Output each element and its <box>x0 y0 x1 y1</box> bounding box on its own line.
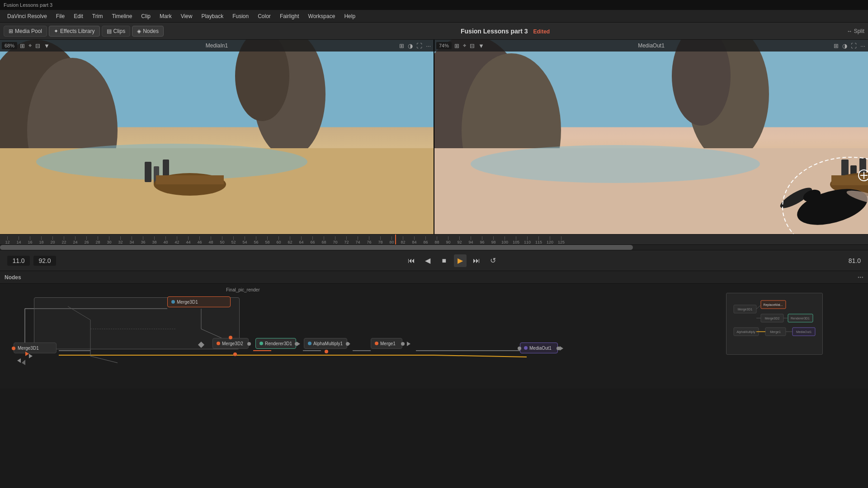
left-viewer-extra-btn[interactable]: ··· <box>425 42 432 50</box>
node-dot-merge1 <box>375 342 378 345</box>
ruler-mark: 64 <box>296 236 307 244</box>
nodes-title: Nodes <box>5 274 21 281</box>
node-dot-mediaout <box>524 346 528 350</box>
left-viewer-layout-btn[interactable]: ⊟ <box>34 42 41 50</box>
ruler-marks: 1214161820222426283032343638404244464850… <box>2 235 868 244</box>
ruler-mark: 74 <box>352 236 363 244</box>
node-renderer3d1[interactable]: Renderer3D1 <box>255 338 296 349</box>
left-viewer-more-btn[interactable]: ▼ <box>43 42 51 50</box>
alpha-arrow <box>297 342 300 346</box>
viewers-container: 68% ⊞ ⌖ ⊟ ▼ MediaIn1 ⊞ ◑ ⛶ ··· <box>0 40 868 234</box>
right-viewer-transform-btn[interactable]: ⌖ <box>462 41 467 50</box>
left-viewer-fullscreen-btn[interactable]: ⛶ <box>415 42 423 50</box>
ruler-mark: 20 <box>47 236 58 244</box>
ruler-mark: 24 <box>70 236 81 244</box>
menu-workspace[interactable]: Workspace <box>305 12 339 20</box>
playhead[interactable] <box>395 235 396 244</box>
effects-library-label: Effects Library <box>60 28 94 34</box>
menu-fusion[interactable]: Fusion <box>229 12 252 20</box>
loop-button[interactable]: ↺ <box>486 254 499 267</box>
group-label-final: Final_pic_render <box>226 287 260 292</box>
svg-line-67 <box>756 305 761 309</box>
effects-library-button[interactable]: ✦ Effects Library <box>49 26 99 37</box>
svg-rect-11 <box>156 175 224 184</box>
right-viewer-layout-btn[interactable]: ⊟ <box>469 42 476 50</box>
menu-edit[interactable]: Edit <box>70 12 87 20</box>
ruler-mark: 82 <box>397 236 409 244</box>
ruler-mark: 78 <box>375 236 386 244</box>
toolbar: ⊞ Media Pool ✦ Effects Library ▤ Clips ◈… <box>0 23 868 40</box>
menu-timeline[interactable]: Timeline <box>108 12 136 20</box>
svg-text:Merge3D2: Merge3D2 <box>765 317 780 320</box>
left-viewer-view-btn[interactable]: ⊞ <box>398 42 405 50</box>
node-alphamultiply[interactable]: AlphaMultiply1 <box>304 338 347 349</box>
ruler-mark: 32 <box>115 236 126 244</box>
right-viewer-zoom: 74% ⊞ ⌖ ⊟ ▼ <box>436 40 485 52</box>
menu-fairlight[interactable]: Fairlight <box>276 12 303 20</box>
node-merge3d1[interactable]: Merge3D1 <box>14 343 57 353</box>
ruler-mark: 60 <box>273 236 284 244</box>
ruler-mark: 105 <box>510 236 522 244</box>
node-replace-material[interactable]: Merge3D1 <box>167 296 231 307</box>
menu-clip[interactable]: Clip <box>137 12 154 20</box>
skip-to-start-button[interactable]: ⏮ <box>405 254 418 267</box>
menu-help[interactable]: Help <box>340 12 359 20</box>
node-merge1[interactable]: Merge1 <box>371 338 402 349</box>
menu-file[interactable]: File <box>52 12 68 20</box>
ruler-mark: 88 <box>431 236 443 244</box>
ruler-mark: 62 <box>284 236 296 244</box>
nodes-label: Nodes <box>143 28 159 34</box>
node-dot-alpha <box>308 342 311 345</box>
nodes-button[interactable]: ◈ Nodes <box>132 26 164 37</box>
nodes-options-btn[interactable]: ··· <box>858 273 863 282</box>
left-viewer-scope-btn[interactable]: ◑ <box>407 42 414 50</box>
ruler-mark: 16 <box>24 236 36 244</box>
media-pool-button[interactable]: ⊞ Media Pool <box>4 26 47 37</box>
scroll-thumb[interactable] <box>0 245 633 250</box>
nodes-icon: ◈ <box>137 28 141 34</box>
skip-forward-button[interactable]: ⏭ <box>470 254 483 267</box>
menu-color[interactable]: Color <box>254 12 274 20</box>
right-zoom-label[interactable]: 74% <box>436 42 452 49</box>
right-viewer-extra-btn[interactable]: ··· <box>859 42 866 50</box>
svg-point-18 <box>471 145 760 183</box>
left-zoom-label[interactable]: 68% <box>2 42 17 49</box>
node-label-mediaout: MediaOut1 <box>529 346 552 351</box>
menu-playback[interactable]: Playback <box>198 12 227 20</box>
left-viewer-grid-btn[interactable]: ⊞ <box>19 42 26 50</box>
play-button[interactable]: ▶ <box>454 254 467 267</box>
right-viewer-fullscreen-btn[interactable]: ⛶ <box>850 42 858 50</box>
ruler-mark: 46 <box>194 236 205 244</box>
menu-view[interactable]: View <box>177 12 196 20</box>
media-pool-label: Media Pool <box>15 28 42 34</box>
ruler-mark: 26 <box>81 236 92 244</box>
left-viewer: 68% ⊞ ⌖ ⊟ ▼ MediaIn1 ⊞ ◑ ⛶ ··· <box>0 40 434 234</box>
ruler-mark: 12 <box>2 236 13 244</box>
ruler-mark: 66 <box>307 236 318 244</box>
clips-button[interactable]: ▤ Clips <box>102 26 131 37</box>
node-merge3d2[interactable]: Merge3D2 <box>212 338 249 349</box>
svg-text:Merge1: Merge1 <box>770 330 781 334</box>
edited-badge: Edited <box>533 28 550 35</box>
timeline-scroll[interactable] <box>0 245 868 250</box>
right-viewer-scope-btn[interactable]: ◑ <box>841 42 848 50</box>
ruler-mark: 120 <box>544 236 556 244</box>
timeline-ruler[interactable]: 1214161820222426283032343638404244464850… <box>0 234 868 245</box>
menu-trim[interactable]: Trim <box>89 12 107 20</box>
right-viewer-more-btn[interactable]: ▼ <box>477 42 485 50</box>
media-pool-icon: ⊞ <box>9 28 13 34</box>
node-mediaout1[interactable]: MediaOut1 <box>520 343 558 353</box>
menu-mark[interactable]: Mark <box>156 12 175 20</box>
right-viewer-view-btn[interactable]: ⊞ <box>833 42 840 50</box>
nodes-canvas[interactable]: Merge3D1 Merge3D1 Final_pic_render Merge… <box>0 284 868 389</box>
left-scene-svg <box>0 40 434 234</box>
ruler-mark: 54 <box>239 236 250 244</box>
left-viewer-transform-btn[interactable]: ⌖ <box>28 41 33 50</box>
step-back-button[interactable]: ◀ <box>421 254 434 267</box>
right-viewer-grid-btn[interactable]: ⊞ <box>453 42 460 50</box>
stop-button[interactable]: ■ <box>438 254 450 267</box>
project-title: Fusion Lessons part 3 Edited <box>165 28 845 35</box>
menu-davinci[interactable]: DaVinci Resolve <box>4 12 51 20</box>
transport-controls: ⏮ ◀ ■ ▶ ⏭ ↺ <box>60 254 845 267</box>
right-viewer-right-controls: ⊞ ◑ ⛶ ··· <box>833 40 866 52</box>
